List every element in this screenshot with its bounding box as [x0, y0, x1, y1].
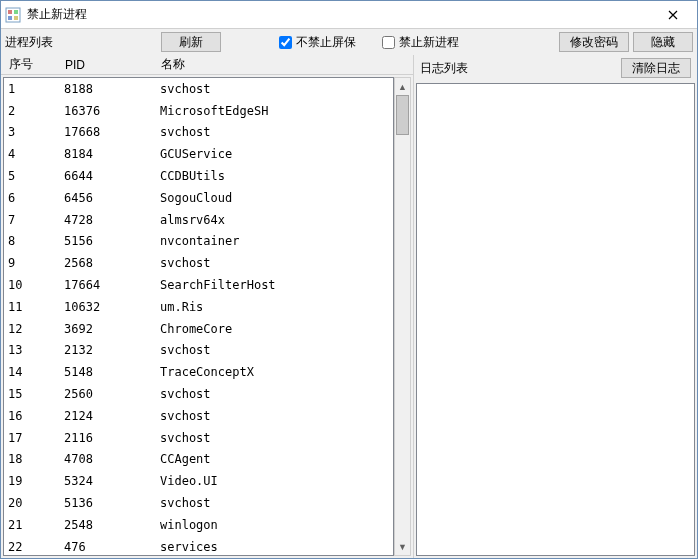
cell-pid: 17664	[64, 278, 160, 292]
cell-name: winlogon	[160, 518, 393, 532]
scrollbar[interactable]: ▲ ▼	[394, 77, 411, 556]
cell-name: svchost	[160, 256, 393, 270]
svg-rect-4	[14, 16, 18, 20]
table-row[interactable]: 22476services	[4, 536, 393, 556]
table-row[interactable]: 92568svchost	[4, 252, 393, 274]
main-window: 禁止新进程 进程列表 刷新 不禁止屏保 禁止新进程 修改密码 隐藏 序号 PID…	[0, 0, 698, 559]
block-new-process-input[interactable]	[382, 36, 395, 49]
cell-seq: 20	[8, 496, 64, 510]
cell-pid: 5148	[64, 365, 160, 379]
table-row[interactable]: 132132svchost	[4, 340, 393, 362]
table-row[interactable]: 205136svchost	[4, 492, 393, 514]
scroll-down-icon[interactable]: ▼	[395, 538, 410, 555]
table-row[interactable]: 195324Video.UI	[4, 470, 393, 492]
table-row[interactable]: 85156nvcontainer	[4, 231, 393, 253]
table-row[interactable]: 56644CCDBUtils	[4, 165, 393, 187]
cell-name: svchost	[160, 125, 393, 139]
table-row[interactable]: 172116svchost	[4, 427, 393, 449]
cell-name: SogouCloud	[160, 191, 393, 205]
cell-pid: 2560	[64, 387, 160, 401]
table-row[interactable]: 152560svchost	[4, 383, 393, 405]
scroll-track[interactable]	[395, 95, 410, 538]
change-password-button[interactable]: 修改密码	[559, 32, 629, 52]
titlebar: 禁止新进程	[1, 1, 697, 29]
cell-name: svchost	[160, 343, 393, 357]
log-list-label: 日志列表	[420, 60, 621, 77]
cell-seq: 4	[8, 147, 64, 161]
toolbar: 进程列表 刷新 不禁止屏保 禁止新进程 修改密码 隐藏	[1, 29, 697, 55]
cell-name: svchost	[160, 496, 393, 510]
cell-name: svchost	[160, 431, 393, 445]
cell-seq: 22	[8, 540, 64, 554]
cell-name: ChromeCore	[160, 322, 393, 336]
cell-seq: 18	[8, 452, 64, 466]
svg-rect-2	[14, 10, 18, 14]
allow-screensaver-checkbox[interactable]: 不禁止屏保	[279, 34, 356, 51]
right-panel: 日志列表 清除日志	[414, 55, 697, 558]
scroll-up-icon[interactable]: ▲	[395, 78, 410, 95]
list-wrap: 18188svchost216376MicrosoftEdgeSH317668s…	[1, 75, 413, 558]
cell-name: svchost	[160, 387, 393, 401]
cell-seq: 14	[8, 365, 64, 379]
cell-name: CCDBUtils	[160, 169, 393, 183]
log-toolbar: 日志列表 清除日志	[414, 55, 697, 81]
cell-seq: 17	[8, 431, 64, 445]
cell-seq: 9	[8, 256, 64, 270]
cell-pid: 5156	[64, 234, 160, 248]
cell-name: CCAgent	[160, 452, 393, 466]
cell-seq: 6	[8, 191, 64, 205]
cell-name: GCUService	[160, 147, 393, 161]
table-row[interactable]: 145148TraceConceptX	[4, 361, 393, 383]
close-button[interactable]	[653, 1, 693, 28]
cell-name: nvcontainer	[160, 234, 393, 248]
table-row[interactable]: 317668svchost	[4, 122, 393, 144]
cell-pid: 8188	[64, 82, 160, 96]
cell-pid: 16376	[64, 104, 160, 118]
table-row[interactable]: 48184GCUService	[4, 143, 393, 165]
block-new-process-label: 禁止新进程	[399, 34, 459, 51]
cell-pid: 4728	[64, 213, 160, 227]
table-row[interactable]: 162124svchost	[4, 405, 393, 427]
cell-seq: 7	[8, 213, 64, 227]
log-area[interactable]	[416, 83, 695, 556]
table-row[interactable]: 74728almsrv64x	[4, 209, 393, 231]
col-name: 名称	[161, 56, 413, 73]
block-new-process-checkbox[interactable]: 禁止新进程	[382, 34, 459, 51]
table-row[interactable]: 216376MicrosoftEdgeSH	[4, 100, 393, 122]
col-pid: PID	[65, 58, 161, 72]
table-row[interactable]: 1110632um.Ris	[4, 296, 393, 318]
cell-name: TraceConceptX	[160, 365, 393, 379]
cell-seq: 1	[8, 82, 64, 96]
cell-pid: 2124	[64, 409, 160, 423]
scroll-thumb[interactable]	[396, 95, 409, 135]
table-row[interactable]: 184708CCAgent	[4, 449, 393, 471]
cell-pid: 5136	[64, 496, 160, 510]
clear-log-button[interactable]: 清除日志	[621, 58, 691, 78]
content-area: 序号 PID 名称 18188svchost216376MicrosoftEdg…	[1, 55, 697, 558]
hide-button[interactable]: 隐藏	[633, 32, 693, 52]
svg-rect-1	[8, 10, 12, 14]
window-title: 禁止新进程	[27, 6, 653, 23]
cell-pid: 17668	[64, 125, 160, 139]
cell-seq: 21	[8, 518, 64, 532]
cell-name: Video.UI	[160, 474, 393, 488]
allow-screensaver-input[interactable]	[279, 36, 292, 49]
cell-name: svchost	[160, 82, 393, 96]
process-list[interactable]: 18188svchost216376MicrosoftEdgeSH317668s…	[3, 77, 394, 556]
cell-seq: 13	[8, 343, 64, 357]
table-row[interactable]: 18188svchost	[4, 78, 393, 100]
cell-seq: 16	[8, 409, 64, 423]
table-row[interactable]: 212548winlogon	[4, 514, 393, 536]
cell-pid: 10632	[64, 300, 160, 314]
cell-pid: 2568	[64, 256, 160, 270]
cell-pid: 2548	[64, 518, 160, 532]
table-row[interactable]: 123692ChromeCore	[4, 318, 393, 340]
refresh-button[interactable]: 刷新	[161, 32, 221, 52]
cell-seq: 10	[8, 278, 64, 292]
cell-name: services	[160, 540, 393, 554]
cell-pid: 6644	[64, 169, 160, 183]
cell-seq: 2	[8, 104, 64, 118]
table-row[interactable]: 1017664SearchFilterHost	[4, 274, 393, 296]
table-row[interactable]: 66456SogouCloud	[4, 187, 393, 209]
cell-pid: 8184	[64, 147, 160, 161]
